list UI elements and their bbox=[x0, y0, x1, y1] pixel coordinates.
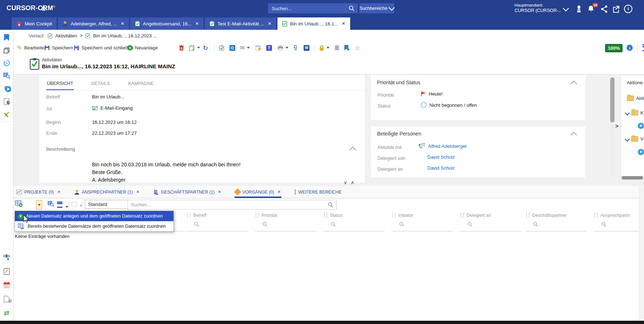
column-filter-search-icon[interactable] bbox=[533, 222, 538, 227]
actions-run-item[interactable] bbox=[638, 149, 644, 155]
list-view-button[interactable] bbox=[57, 202, 68, 209]
close-icon[interactable]: ✕ bbox=[342, 21, 345, 26]
delete-button[interactable] bbox=[179, 41, 184, 54]
edit-button[interactable]: ✎ Bearbeiten bbox=[17, 41, 47, 54]
task-complete-button[interactable] bbox=[219, 41, 224, 54]
chevron-down-icon[interactable] bbox=[625, 136, 630, 141]
search-icon[interactable] bbox=[328, 202, 333, 208]
tab-vorgaenge[interactable]: VORGÄNGE (0) ✕ bbox=[235, 186, 282, 198]
tenant-selector[interactable]: Hauptmandant: CURSOR (CURSOR-... bbox=[515, 3, 561, 13]
column-header-ansprechpartner[interactable]: Ansprechpartn bbox=[600, 213, 630, 218]
table-search-icon[interactable] bbox=[0, 71, 13, 80]
close-icon[interactable]: ✕ bbox=[268, 21, 271, 26]
process-gear-icon[interactable]: ⚙ bbox=[0, 84, 13, 93]
search-scope-button[interactable]: Suchbereiche bbox=[359, 3, 394, 13]
column-header-delegiert-an[interactable]: Delegiert an bbox=[467, 213, 491, 218]
status-value[interactable]: Nicht begonnen / offen bbox=[421, 102, 477, 108]
close-icon[interactable]: ✕ bbox=[121, 21, 124, 26]
column-header-status[interactable]: Status bbox=[330, 213, 343, 218]
tab-kampagne[interactable]: KAMPAGNE bbox=[127, 79, 154, 90]
bookmark-icon[interactable] bbox=[0, 33, 13, 42]
lighthouse-icon[interactable] bbox=[575, 5, 583, 13]
close-icon[interactable]: ✕ bbox=[277, 190, 281, 194]
database-button[interactable] bbox=[334, 41, 340, 54]
close-icon[interactable]: ✕ bbox=[136, 190, 140, 194]
menu-item-new-record[interactable]: + Neuen Datensatz anlegen und dem geöffn… bbox=[15, 211, 173, 221]
tab-angebotsversand[interactable]: Angebotsversand, 16... ✕ bbox=[130, 17, 204, 30]
actions-folder-v[interactable]: V bbox=[625, 136, 644, 142]
save-and-close-button[interactable]: Speichern und schließen bbox=[74, 41, 133, 54]
ende-value[interactable]: 22.12.2023 um 17:27 bbox=[92, 130, 137, 136]
prioritaet-value[interactable]: Heute! bbox=[421, 91, 443, 97]
column-filter-search-icon[interactable] bbox=[331, 222, 336, 227]
outlook-button[interactable]: O bbox=[229, 41, 235, 54]
tab-uebersicht[interactable]: ÜBERSICHT bbox=[46, 79, 74, 90]
delegiert-an-link[interactable]: David Schulz bbox=[427, 165, 455, 171]
report-document-icon[interactable] bbox=[0, 97, 13, 106]
aktivitaet-mit-link[interactable]: Alfred Adelsberger bbox=[428, 143, 467, 149]
chevron-down-icon[interactable] bbox=[625, 110, 630, 115]
email-button[interactable]: ✉ bbox=[240, 41, 250, 54]
tools-icon[interactable] bbox=[0, 110, 13, 120]
favorites-eye-icon[interactable]: ★ bbox=[0, 252, 13, 262]
search-icon[interactable] bbox=[348, 5, 355, 12]
word-export-button[interactable]: W bbox=[304, 41, 309, 54]
actions-run-item[interactable] bbox=[638, 123, 644, 129]
tab-details[interactable]: DETAILS bbox=[91, 79, 111, 90]
splitter-collapse-controls[interactable]: ∨∧ bbox=[344, 180, 358, 185]
appointment-button[interactable] bbox=[255, 41, 261, 54]
save-button[interactable]: Speichern bbox=[44, 41, 73, 54]
column-filter-search-icon[interactable] bbox=[399, 222, 404, 227]
favorite-star-button[interactable]: ☆ bbox=[355, 41, 360, 54]
tenant-chevron-down-icon[interactable] bbox=[563, 5, 569, 12]
horizontal-scrollbar[interactable] bbox=[621, 176, 644, 180]
actions-folder-k[interactable]: K bbox=[625, 110, 644, 116]
vertical-scrollbar[interactable] bbox=[610, 76, 615, 178]
menu-item-link-existing[interactable]: Bereits bestehende Datensätze dem geöffn… bbox=[15, 221, 173, 231]
attachment-button[interactable] bbox=[293, 41, 298, 54]
column-drag-handle[interactable] bbox=[324, 213, 327, 218]
share-icon[interactable] bbox=[600, 5, 609, 13]
menu-button[interactable] bbox=[643, 41, 644, 54]
about-info-icon[interactable]: i bbox=[624, 5, 633, 13]
notes-clipboard-icon[interactable] bbox=[0, 267, 13, 276]
scrollbar-thumb[interactable] bbox=[610, 77, 615, 122]
delegiert-von-link[interactable]: David Schulz bbox=[427, 154, 455, 160]
tab-projekte[interactable]: PROJEKTE (0) ✕ bbox=[16, 186, 61, 198]
tab-ansprechpartner[interactable]: ANSPRECHPARTNER (1) ✕ bbox=[74, 186, 140, 198]
column-header-prioritaet[interactable]: Priorität bbox=[261, 213, 277, 218]
tab-bin-im-urlaub[interactable]: Bin im Urlaub..., 16.1... ✕ bbox=[277, 17, 350, 30]
beschreibung-text[interactable]: Bin noch bis 20.03.2018 im Urlaub, melde… bbox=[92, 161, 241, 183]
tab-test-email-aktivitaet[interactable]: Test E-Mail-Aktivität ... ✕ bbox=[205, 17, 276, 30]
history-icon[interactable] bbox=[0, 58, 13, 68]
scrollbar-thumb[interactable] bbox=[622, 176, 643, 179]
window-copy-icon[interactable] bbox=[0, 46, 13, 55]
breadcrumb-item-aktivitaeten[interactable]: Aktivitäten bbox=[55, 33, 77, 39]
close-icon[interactable]: ✕ bbox=[57, 190, 60, 194]
new-record-button[interactable]: + Neuanlage bbox=[127, 41, 158, 54]
column-drag-handle[interactable] bbox=[256, 213, 259, 218]
sync-icon[interactable]: ⇄ bbox=[0, 308, 13, 317]
refresh-button[interactable]: ↻ bbox=[203, 41, 208, 54]
collapse-description-icon[interactable] bbox=[349, 147, 356, 153]
tab-weitere-bereiche[interactable]: WEITERE BEREICHE bbox=[294, 186, 342, 198]
panel-expander-chevron[interactable]: > bbox=[615, 123, 619, 129]
link-record-menu-caret[interactable] bbox=[36, 200, 42, 210]
column-drag-handle[interactable] bbox=[392, 213, 396, 218]
betreff-value[interactable]: Bin im Urlaub... bbox=[92, 94, 124, 100]
column-header-initiator[interactable]: Initiator bbox=[398, 213, 413, 218]
collapse-panel-icon[interactable] bbox=[571, 132, 577, 138]
link-new-record-button[interactable] bbox=[15, 200, 23, 209]
tab-adelsberger[interactable]: Adelsberger, Alfred, ... ✕ bbox=[58, 17, 129, 30]
related-search-input[interactable] bbox=[128, 202, 328, 207]
tab-geschaeftspartner[interactable]: GESCHÄFTSPARTNER (1) ✕ bbox=[153, 186, 222, 198]
permissions-lock-button[interactable] bbox=[319, 41, 329, 54]
art-value[interactable]: E-Mail-Eingang bbox=[92, 105, 133, 111]
column-drag-handle[interactable] bbox=[595, 213, 598, 218]
tab-mein-cockpit[interactable]: Mein Cockpit bbox=[12, 17, 57, 30]
teams-button[interactable]: T bbox=[266, 41, 272, 54]
column-drag-handle[interactable] bbox=[187, 213, 191, 218]
column-filter-search-icon[interactable] bbox=[467, 222, 473, 227]
column-header-geschaeftspartner[interactable]: Geschäftspartner bbox=[532, 213, 567, 218]
breadcrumb-item-current[interactable]: Bin im Urlaub..., 16.12.2023 ... bbox=[93, 33, 157, 39]
